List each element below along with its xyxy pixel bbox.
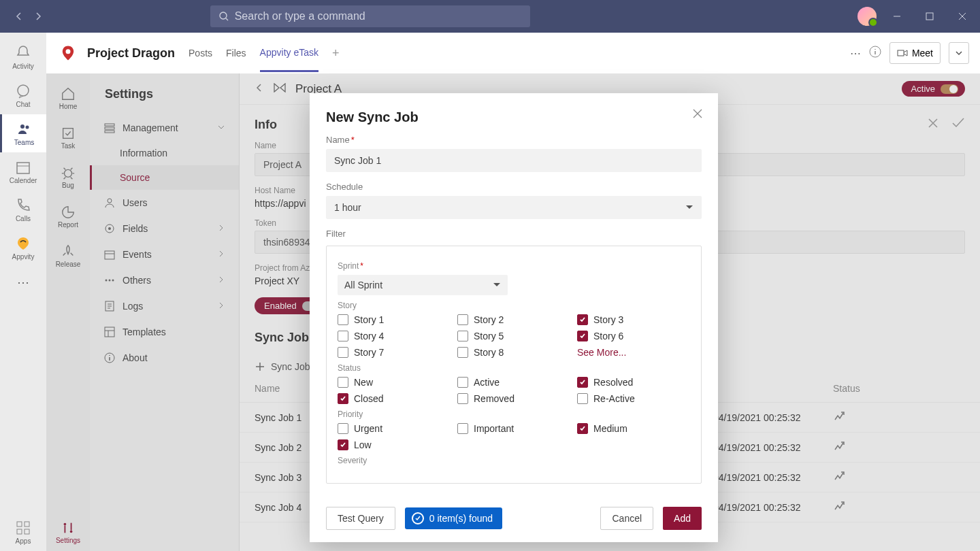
- checkbox-active[interactable]: Active: [457, 377, 570, 388]
- checkbox-new[interactable]: New: [338, 377, 451, 388]
- checkbox-urgent[interactable]: Urgent: [338, 423, 451, 434]
- query-result-badge: 0 item(s) found: [405, 507, 502, 529]
- nav-back-icon[interactable]: [11, 8, 27, 24]
- rail-chat[interactable]: Chat: [0, 76, 46, 114]
- checkbox-important[interactable]: Important: [457, 423, 570, 434]
- rail-appvity[interactable]: Appvity: [0, 229, 46, 267]
- checkbox-medium[interactable]: Medium: [577, 423, 690, 434]
- svg-point-3: [20, 124, 24, 129]
- avatar[interactable]: [858, 7, 877, 26]
- nav-forward-icon[interactable]: [30, 8, 46, 24]
- see-more-link[interactable]: See More...: [577, 347, 690, 358]
- check-circle-icon: [412, 512, 424, 524]
- search-input[interactable]: Search or type a command: [210, 5, 530, 27]
- meet-chevron[interactable]: [949, 42, 969, 64]
- checkbox-story-8[interactable]: Story 8: [457, 347, 570, 358]
- add-button[interactable]: Add: [663, 507, 702, 530]
- window-maximize-icon[interactable]: [917, 4, 942, 29]
- new-sync-job-modal: New Sync Job Name* Schedule 1 hour Filte…: [310, 93, 718, 542]
- tab-etask[interactable]: Appvity eTask: [260, 35, 318, 72]
- rail-activity[interactable]: Activity: [0, 38, 46, 76]
- checkbox-story-1[interactable]: Story 1: [338, 314, 451, 325]
- window-minimize-icon[interactable]: [885, 4, 909, 29]
- window-close-icon[interactable]: [950, 4, 975, 29]
- checkbox-story-4[interactable]: Story 4: [338, 331, 451, 341]
- svg-rect-5: [17, 163, 29, 173]
- svg-rect-6: [17, 522, 22, 527]
- checkbox-story-3[interactable]: Story 3: [577, 314, 690, 325]
- modal-title: New Sync Job: [326, 110, 702, 125]
- svg-point-0: [220, 12, 227, 19]
- checkbox-story-5[interactable]: Story 5: [457, 331, 570, 341]
- svg-rect-9: [24, 529, 29, 534]
- filter-panel: Sprint* All Sprint Story Story 1Story 2S…: [326, 246, 702, 484]
- schedule-select[interactable]: 1 hour: [326, 196, 702, 219]
- more-icon[interactable]: ⋯: [850, 47, 861, 60]
- checkbox-low[interactable]: Low: [338, 439, 451, 450]
- sprint-select[interactable]: All Sprint: [338, 275, 508, 295]
- test-query-button[interactable]: Test Query: [326, 507, 395, 530]
- checkbox-re-active[interactable]: Re-Active: [577, 393, 690, 404]
- checkbox-closed[interactable]: Closed: [338, 393, 451, 404]
- rail-calendar[interactable]: Calender: [0, 152, 46, 190]
- search-placeholder: Search or type a command: [235, 10, 365, 22]
- tab-posts[interactable]: Posts: [189, 35, 212, 71]
- checkbox-story-7[interactable]: Story 7: [338, 347, 451, 358]
- checkbox-removed[interactable]: Removed: [457, 393, 570, 404]
- checkbox-resolved[interactable]: Resolved: [577, 377, 690, 388]
- checkbox-story-2[interactable]: Story 2: [457, 314, 570, 325]
- search-icon: [218, 11, 229, 22]
- rail-teams[interactable]: Teams: [0, 114, 46, 152]
- info-icon[interactable]: [869, 46, 881, 61]
- svg-rect-7: [24, 522, 29, 527]
- chevron-down-icon: [685, 203, 693, 212]
- modal-close-icon[interactable]: [692, 108, 703, 122]
- svg-point-2: [18, 85, 29, 96]
- cancel-button[interactable]: Cancel: [600, 507, 653, 530]
- syncjob-name-input[interactable]: [326, 149, 702, 172]
- checkbox-story-6[interactable]: Story 6: [577, 331, 690, 341]
- rail-calls[interactable]: Calls: [0, 190, 46, 229]
- rail-more-icon[interactable]: ⋯: [17, 267, 29, 298]
- svg-point-4: [25, 125, 29, 129]
- meet-button[interactable]: Meet: [889, 42, 941, 64]
- rail-apps[interactable]: Apps: [0, 513, 46, 551]
- svg-rect-12: [898, 50, 904, 56]
- add-tab-icon[interactable]: +: [332, 46, 340, 61]
- svg-point-10: [66, 49, 71, 54]
- team-title: Project Dragon: [87, 46, 175, 61]
- team-logo-icon: [57, 42, 79, 64]
- svg-rect-8: [17, 529, 22, 534]
- app-rail: Activity Chat Teams Calender Calls Appvi…: [0, 33, 46, 551]
- title-bar: Search or type a command: [0, 0, 980, 33]
- tab-files[interactable]: Files: [226, 35, 246, 71]
- team-header: Project Dragon Posts Files Appvity eTask…: [46, 33, 980, 73]
- svg-rect-1: [926, 13, 933, 20]
